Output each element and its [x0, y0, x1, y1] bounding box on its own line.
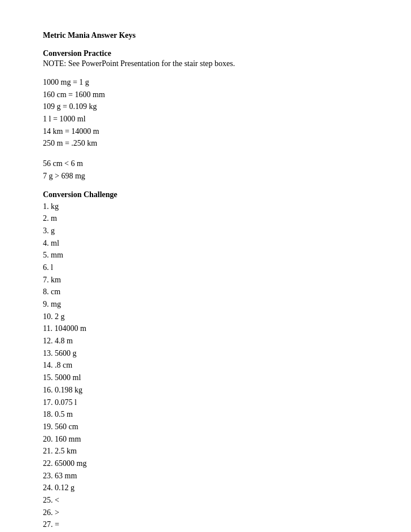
section1-heading: Conversion Practice [43, 49, 368, 58]
challenge-item: 18. 0.5 m [43, 408, 368, 421]
challenge-item: 4. ml [43, 237, 368, 250]
comparison-item: 56 cm < 6 m [43, 158, 368, 170]
challenge-item: 21. 2.5 km [43, 445, 368, 457]
challenge-item: 11. 104000 m [43, 322, 368, 335]
challenge-item: 8. cm [43, 286, 368, 298]
challenge-section: Conversion Challenge 1. kg2. m3. g4. ml5… [43, 190, 368, 533]
comparison-item: 7 g > 698 mg [43, 170, 368, 182]
challenge-item: 24. 0.12 g [43, 482, 368, 494]
challenge-item: 13. 5600 g [43, 347, 368, 360]
challenge-item: 7. km [43, 274, 368, 286]
conversion-item: 1 l = 1000 ml [43, 113, 368, 125]
challenge-item: 25. < [43, 494, 368, 507]
challenge-item: 16. 0.198 kg [43, 384, 368, 396]
section2-heading: Conversion Challenge [43, 190, 368, 199]
conversion-item: 14 km = 14000 m [43, 125, 368, 138]
challenge-item: 10. 2 g [43, 311, 368, 323]
page: Metric Mania Answer Keys Conversion Prac… [0, 0, 411, 532]
challenge-item: 3. g [43, 225, 368, 237]
page-title: Metric Mania Answer Keys [43, 31, 368, 40]
challenge-item: 19. 560 cm [43, 421, 368, 433]
challenge-item: 17. 0.075 l [43, 396, 368, 409]
conversion-list: 1000 mg = 1 g160 cm = 1600 mm109 g = 0.1… [43, 76, 368, 150]
conversion-item: 250 m = .250 km [43, 137, 368, 150]
challenge-item: 27. = [43, 518, 368, 531]
section1-note: NOTE: See PowerPoint Presentation for th… [43, 59, 368, 68]
conversion-item: 160 cm = 1600 mm [43, 89, 368, 101]
challenge-item: 2. m [43, 212, 368, 225]
challenge-item: 9. mg [43, 298, 368, 311]
conversion-item: 109 g = 0.109 kg [43, 101, 368, 113]
challenge-item: 12. 4.8 m [43, 335, 368, 347]
challenge-item: 22. 65000 mg [43, 457, 368, 470]
challenge-item: 20. 160 mm [43, 433, 368, 446]
challenge-list: 1. kg2. m3. g4. ml5. mm6. l7. km8. cm9. … [43, 200, 368, 533]
challenge-item: 1. kg [43, 200, 368, 213]
challenge-item: 23. 63 mm [43, 470, 368, 482]
comparison-list: 56 cm < 6 m7 g > 698 mg [43, 158, 368, 182]
challenge-item: 26. > [43, 507, 368, 519]
challenge-item: 5. mm [43, 249, 368, 261]
challenge-item: 6. l [43, 261, 368, 274]
challenge-item: 15. 5000 ml [43, 372, 368, 384]
challenge-item: 14. .8 cm [43, 359, 368, 372]
conversion-item: 1000 mg = 1 g [43, 76, 368, 89]
